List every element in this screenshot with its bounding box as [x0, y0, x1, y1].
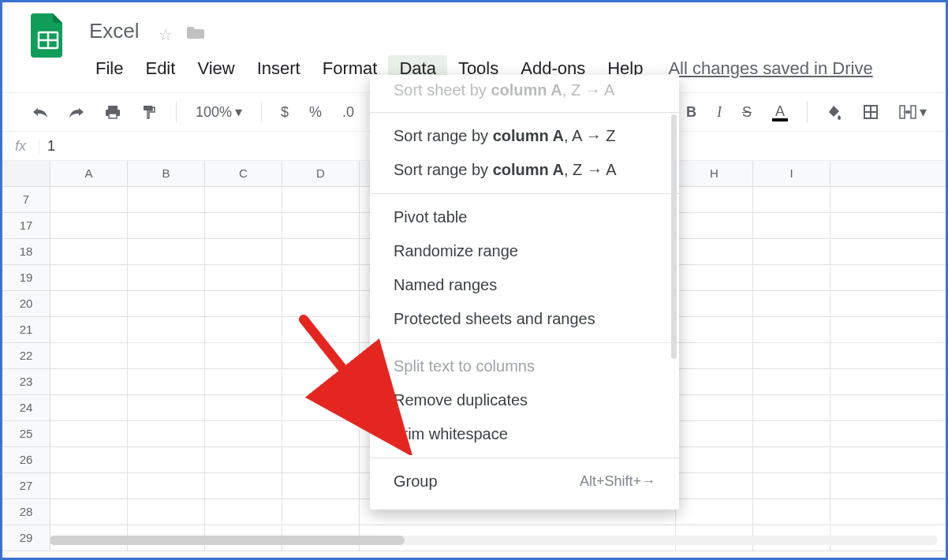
- cell[interactable]: [128, 343, 205, 368]
- cell[interactable]: [128, 473, 205, 498]
- print-icon[interactable]: [102, 103, 124, 121]
- cell[interactable]: [282, 473, 360, 498]
- row-header[interactable]: 21: [2, 317, 50, 342]
- cell[interactable]: [50, 369, 128, 394]
- column-header[interactable]: B: [128, 161, 205, 186]
- column-header[interactable]: A: [50, 161, 128, 186]
- cell[interactable]: [128, 447, 205, 472]
- doc-title[interactable]: Excel: [84, 17, 144, 44]
- cell[interactable]: [676, 473, 753, 498]
- cell[interactable]: [676, 291, 753, 316]
- cell[interactable]: [753, 369, 830, 394]
- folder-icon[interactable]: [187, 25, 204, 43]
- menu-item-group[interactable]: Group Alt+Shift+→: [370, 465, 679, 498]
- cell[interactable]: [282, 187, 360, 212]
- row-header[interactable]: 25: [2, 421, 50, 446]
- row-header[interactable]: 7: [2, 187, 50, 212]
- cell[interactable]: [676, 499, 753, 525]
- cell[interactable]: [205, 447, 282, 472]
- menu-item-pivot-table[interactable]: Pivot table: [370, 200, 679, 234]
- menu-item-sort-sheet-za[interactable]: Sort sheet by column A, Z → A: [370, 80, 679, 106]
- row-header[interactable]: 28: [2, 499, 50, 525]
- cell[interactable]: [282, 213, 360, 238]
- cell[interactable]: [676, 421, 753, 446]
- fill-color-icon[interactable]: [823, 103, 845, 121]
- merge-cells-icon[interactable]: ▾: [896, 102, 930, 122]
- menu-file[interactable]: File: [84, 55, 134, 82]
- row-header[interactable]: 27: [2, 473, 50, 498]
- dropdown-scrollbar[interactable]: [671, 114, 677, 359]
- cell[interactable]: [282, 369, 360, 394]
- row-header[interactable]: 24: [2, 395, 50, 420]
- cell[interactable]: [753, 499, 830, 525]
- cell[interactable]: [676, 265, 753, 290]
- drive-status[interactable]: All changes saved in Drive: [668, 58, 872, 79]
- cell[interactable]: [282, 421, 360, 446]
- star-icon[interactable]: ☆: [159, 25, 173, 44]
- cell[interactable]: [282, 291, 360, 316]
- cell[interactable]: [128, 395, 205, 420]
- decrease-decimal-button[interactable]: .0: [339, 103, 357, 122]
- bold-button[interactable]: B: [683, 103, 700, 122]
- cell[interactable]: [50, 213, 128, 238]
- cell[interactable]: [753, 265, 830, 290]
- menu-item-sort-range-za[interactable]: Sort range by column A, Z → A: [370, 153, 679, 187]
- cell[interactable]: [676, 447, 753, 472]
- menu-item-sort-range-az[interactable]: Sort range by column A, A → Z: [370, 119, 679, 153]
- cell[interactable]: [205, 369, 282, 394]
- cell[interactable]: [753, 239, 830, 264]
- menu-item-protected-sheets[interactable]: Protected sheets and ranges: [370, 302, 679, 336]
- cell[interactable]: [128, 239, 205, 264]
- cell[interactable]: [205, 343, 282, 368]
- cell[interactable]: [50, 291, 128, 316]
- row-header[interactable]: 26: [2, 447, 50, 472]
- column-header[interactable]: D: [282, 161, 360, 186]
- row-header[interactable]: 18: [2, 239, 50, 264]
- row-header[interactable]: 19: [2, 265, 50, 290]
- cell[interactable]: [205, 395, 282, 420]
- strike-button[interactable]: S: [739, 103, 755, 122]
- menu-item-trim-whitespace[interactable]: Trim whitespace: [370, 417, 679, 451]
- cell[interactable]: [753, 187, 830, 212]
- zoom-select[interactable]: 100% ▾: [192, 102, 245, 122]
- cell[interactable]: [676, 187, 753, 212]
- cell[interactable]: [205, 265, 282, 290]
- cell[interactable]: [205, 473, 282, 498]
- cell[interactable]: [282, 395, 360, 420]
- cell[interactable]: [282, 239, 360, 264]
- cell[interactable]: [205, 499, 282, 525]
- cell[interactable]: [753, 447, 830, 472]
- cell[interactable]: [282, 343, 360, 368]
- cell[interactable]: [128, 187, 205, 212]
- menu-edit[interactable]: Edit: [134, 55, 186, 82]
- cell[interactable]: [282, 447, 360, 472]
- menu-item-named-ranges[interactable]: Named ranges: [370, 268, 679, 302]
- column-header[interactable]: C: [205, 161, 282, 186]
- cell[interactable]: [128, 317, 205, 342]
- row-header[interactable]: 23: [2, 369, 50, 394]
- cell[interactable]: [753, 395, 830, 420]
- cell[interactable]: [128, 499, 205, 525]
- row-header[interactable]: 20: [2, 291, 50, 316]
- cell[interactable]: [128, 369, 205, 394]
- paint-format-icon[interactable]: [138, 103, 160, 121]
- cell[interactable]: [50, 239, 128, 264]
- cell[interactable]: [676, 317, 753, 342]
- cell[interactable]: [50, 265, 128, 290]
- cell[interactable]: [282, 317, 360, 342]
- formula-input[interactable]: 1: [39, 138, 55, 155]
- cell[interactable]: [128, 421, 205, 446]
- cell[interactable]: [128, 213, 205, 238]
- cell[interactable]: [753, 291, 830, 316]
- cell[interactable]: [50, 499, 128, 525]
- italic-button[interactable]: I: [714, 103, 725, 122]
- cell[interactable]: [50, 187, 128, 212]
- horizontal-scrollbar[interactable]: [50, 536, 938, 545]
- cell[interactable]: [205, 317, 282, 342]
- cell[interactable]: [282, 499, 360, 525]
- borders-icon[interactable]: [860, 103, 882, 121]
- cell[interactable]: [205, 239, 282, 264]
- cell[interactable]: [753, 421, 830, 446]
- cell[interactable]: [205, 187, 282, 212]
- redo-icon[interactable]: [65, 105, 88, 119]
